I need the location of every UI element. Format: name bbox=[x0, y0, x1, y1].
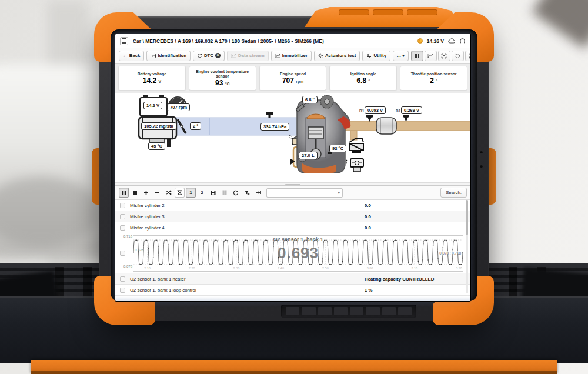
row-checkbox[interactable] bbox=[120, 288, 125, 293]
exhaust-pipe bbox=[345, 121, 470, 140]
engine-schematic: 14.2 V 707 rpm 105.72 mg/stk 45 °C 2 ° 3… bbox=[115, 93, 470, 182]
divider-grip[interactable] bbox=[285, 184, 300, 186]
zoom-out-button[interactable] bbox=[152, 188, 162, 198]
group-select-dropdown[interactable]: ▾ bbox=[266, 188, 343, 198]
expand-icon bbox=[441, 53, 447, 59]
diagram-o2-post-value: 0.269 V bbox=[401, 106, 422, 114]
plus-icon bbox=[143, 190, 149, 195]
table-row[interactable]: Misfire cylinder 3 0.0 bbox=[115, 211, 470, 222]
diagnostic-app-screen: Car \ MERCEDES \ A 169 \ 169.032 A 170 \… bbox=[115, 34, 470, 301]
main-toolbar: ←Back Identification DTC 0 Data stream I… bbox=[115, 48, 470, 64]
param-card-rpm[interactable]: Engine speed 707 rpm bbox=[259, 66, 327, 91]
screen-bottom-glow bbox=[115, 296, 470, 301]
diagram-ignition-value: 6.8 ° bbox=[302, 96, 318, 103]
table-row[interactable]: Misfire cylinder 2 0.0 bbox=[115, 200, 470, 211]
filter-button[interactable] bbox=[242, 188, 252, 198]
list-scrollbar[interactable] bbox=[466, 200, 468, 293]
chart-range-label: 0.078 : 0.718 bbox=[439, 251, 461, 255]
actuators-test-button[interactable]: Actuators test bbox=[314, 51, 360, 61]
ecu-icon bbox=[346, 159, 364, 172]
record-pause-button[interactable] bbox=[219, 188, 229, 198]
row-checkbox[interactable] bbox=[120, 203, 125, 208]
immobilizer-button[interactable]: Immobilizer bbox=[271, 51, 312, 61]
o2-sensor-chart[interactable]: 0.718 0.436 0.078 O2 sensor 1, bank 1 0.… bbox=[133, 235, 463, 272]
svg-text:3:10: 3:10 bbox=[411, 266, 417, 270]
chart-view-button[interactable] bbox=[425, 51, 437, 61]
engine-block-icon bbox=[290, 95, 350, 173]
grid-icon bbox=[414, 53, 420, 59]
diagram-rpm-value: 707 rpm bbox=[167, 103, 190, 111]
utility-sliders-icon bbox=[366, 54, 372, 58]
tablet-hardware-button[interactable] bbox=[339, 9, 369, 15]
shuffle-button[interactable] bbox=[163, 188, 173, 198]
param-card-throttle[interactable]: Throttle position sensor 2 ° bbox=[400, 66, 467, 91]
pause-button[interactable] bbox=[119, 188, 129, 198]
diagram-battery-value: 14.2 V bbox=[143, 102, 162, 109]
identification-button[interactable]: Identification bbox=[146, 51, 191, 61]
stop-button[interactable] bbox=[130, 188, 140, 198]
param-card-ignition[interactable]: Ignition angle 6.8 ° bbox=[329, 66, 397, 91]
goto-end-button[interactable] bbox=[253, 188, 263, 198]
egr-valve-icon bbox=[349, 139, 363, 153]
view-2-button[interactable]: 2 bbox=[197, 188, 207, 198]
row-checkbox[interactable] bbox=[120, 251, 125, 256]
scrollbar-thumb[interactable] bbox=[466, 200, 468, 235]
bank-label: B1 bbox=[359, 109, 364, 113]
svg-text:2:40: 2:40 bbox=[278, 266, 284, 270]
search-button[interactable]: Search. bbox=[440, 188, 467, 198]
print-button[interactable] bbox=[465, 51, 470, 61]
immobilizer-icon bbox=[275, 54, 280, 58]
zoom-in-button[interactable] bbox=[141, 188, 151, 198]
tablet-mic-dot bbox=[480, 151, 483, 153]
param-card-battery[interactable]: Battery voltage 14.2 V bbox=[118, 66, 186, 91]
headset-icon[interactable] bbox=[459, 38, 466, 44]
param-card-coolant[interactable]: Engine coolant temperature sensor 93 °C bbox=[189, 66, 256, 91]
row-checkbox[interactable] bbox=[120, 225, 125, 231]
more-button[interactable]: ...▾ bbox=[393, 51, 409, 61]
grid-view-button[interactable] bbox=[411, 51, 423, 61]
printer-icon bbox=[468, 53, 470, 59]
row-checkbox[interactable] bbox=[120, 276, 125, 282]
o2-sensor-chart-row[interactable]: 0.718 0.436 0.078 O2 sensor 1, bank 1 0.… bbox=[115, 233, 470, 273]
tablet-camera-dot bbox=[480, 165, 483, 168]
chart-current-value: 0.693 bbox=[133, 244, 463, 262]
table-row[interactable]: O2 sensor 1, bank 1 loop control 1 % bbox=[115, 285, 470, 296]
diagram-map-value: 334.74 hPa bbox=[260, 123, 289, 131]
table-row[interactable]: O2 sensor 1, bank 1 heater Heating capac… bbox=[115, 273, 470, 285]
battery-warning-icon[interactable]: ! bbox=[417, 38, 423, 44]
data-stream-button[interactable]: Data stream bbox=[227, 51, 269, 61]
o2-sensor-post-icon bbox=[403, 115, 409, 122]
actuator-gear-icon bbox=[318, 53, 323, 58]
tablet-hardware-button[interactable] bbox=[407, 9, 437, 15]
fullscreen-button[interactable] bbox=[438, 51, 450, 61]
back-button[interactable]: ←Back bbox=[119, 51, 144, 61]
o2-sensor-pre-icon bbox=[366, 115, 373, 122]
utility-button[interactable]: Utility bbox=[362, 51, 390, 61]
y-axis-tick: 0.718 bbox=[118, 235, 132, 238]
save-button[interactable] bbox=[208, 188, 218, 198]
chevron-down-icon: ▾ bbox=[338, 191, 340, 195]
y-axis-tick: 0.078 bbox=[118, 265, 132, 268]
refresh-button[interactable] bbox=[230, 188, 240, 198]
reset-button[interactable] bbox=[452, 51, 464, 61]
diagram-coolant-value: 93 °C bbox=[329, 145, 346, 152]
id-card-icon bbox=[151, 54, 156, 58]
row-checkbox[interactable] bbox=[120, 214, 125, 219]
table-row[interactable]: Misfire cylinder 4 0.0 bbox=[115, 222, 470, 233]
menu-icon[interactable] bbox=[120, 37, 128, 45]
refresh-icon bbox=[233, 190, 239, 196]
tablet-top-bumper bbox=[305, 7, 462, 27]
tool-cart-drawer bbox=[31, 360, 557, 374]
svg-text:2:10: 2:10 bbox=[144, 266, 151, 270]
dtc-button[interactable]: DTC 0 bbox=[193, 51, 225, 61]
chart-title: O2 sensor 1, bank 1 bbox=[133, 236, 463, 242]
view-switcher bbox=[411, 51, 470, 61]
pause-icon bbox=[222, 190, 227, 195]
arrow-end-icon bbox=[255, 190, 261, 195]
tablet-hardware-button[interactable] bbox=[373, 9, 403, 15]
diagram-throttle-value: 2 ° bbox=[190, 122, 201, 130]
view-1-button[interactable]: 1 bbox=[186, 188, 196, 198]
svg-text:3:00: 3:00 bbox=[367, 266, 373, 270]
cloud-icon[interactable] bbox=[448, 38, 455, 44]
sampling-button[interactable] bbox=[175, 188, 185, 198]
